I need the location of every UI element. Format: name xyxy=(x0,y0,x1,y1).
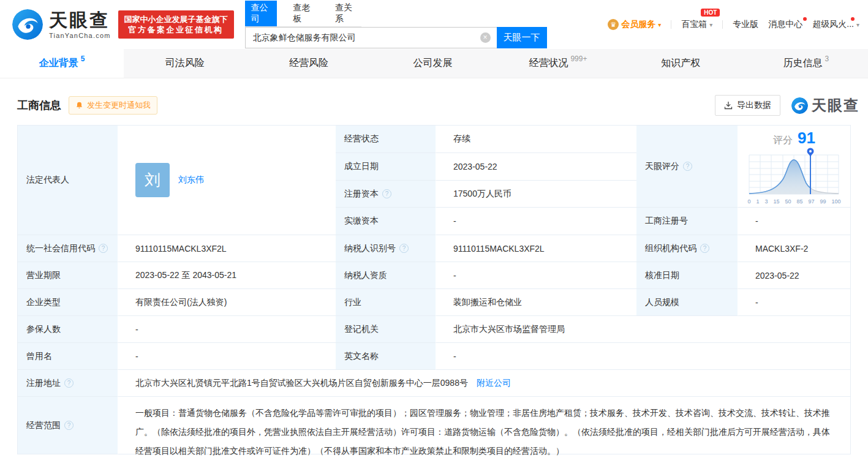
chevron-down-icon: ▾ xyxy=(709,21,712,28)
value-text: 有限责任公司(法人独资) xyxy=(135,297,227,308)
search-tab-boss[interactable]: 查老板 xyxy=(287,1,319,26)
tick-label: 100 xyxy=(831,198,840,205)
field-staff-size-label: 人员规模 xyxy=(636,289,738,316)
nav-pro-version[interactable]: 专业版 xyxy=(733,19,758,30)
tab-judicial-risk[interactable]: 司法风险 xyxy=(124,49,247,78)
nearby-companies-link[interactable]: 附近公司 xyxy=(477,378,511,389)
label-text: 纳税人资质 xyxy=(344,270,387,281)
field-former-name-label: 曾用名 xyxy=(18,343,118,370)
watermark-text: 天眼查 xyxy=(812,96,859,115)
tab-label: 公司发展 xyxy=(413,57,452,70)
logo-domain: TianYanCha.com xyxy=(49,32,111,39)
value-text: - xyxy=(453,216,456,226)
field-industry-value: 装卸搬运和仓储业 xyxy=(436,289,636,316)
tab-label: 历史信息 xyxy=(783,57,822,70)
nav-toolbox[interactable]: HOT 百宝箱 ▾ xyxy=(681,19,712,30)
field-english-name-label: 英文名称 xyxy=(336,343,436,370)
crown-icon: ♛ xyxy=(608,19,619,30)
field-org-code-label: 组织机构代码 ? xyxy=(636,235,738,262)
notification-dot xyxy=(803,17,807,21)
field-reg-capital-label: 注册资本 ? xyxy=(336,181,436,208)
tab-count: 3 xyxy=(825,55,829,63)
download-icon xyxy=(724,101,733,110)
field-reg-number-value: - xyxy=(738,208,850,235)
label-text: 经营状态 xyxy=(344,134,379,145)
field-est-date-value: 2023-05-22 xyxy=(436,153,636,181)
value-text: 91110115MACKL3XF2L xyxy=(135,244,227,254)
top-navigation: ♛ 会员服务 ▾ HOT 百宝箱 ▾ 专业版 消息中心 超级风火... ▾ xyxy=(608,19,859,30)
value-text: 北京市大兴区市场监督管理局 xyxy=(453,324,565,335)
help-icon[interactable]: ? xyxy=(382,189,391,198)
field-registry-value: 北京市大兴区市场监督管理局 xyxy=(436,316,850,343)
help-icon[interactable]: ? xyxy=(64,378,74,388)
tab-label: 经营状况 xyxy=(529,57,568,70)
label-text: 工商注册号 xyxy=(645,216,688,227)
tick-label: 97 xyxy=(808,198,814,205)
tianyancha-logo[interactable]: 天眼查 TianYanCha.com xyxy=(12,9,111,40)
tick-label: 85 xyxy=(796,198,802,205)
label-text: 核准日期 xyxy=(645,270,679,281)
value-text: - xyxy=(755,298,758,307)
nav-vip-services[interactable]: ♛ 会员服务 ▾ xyxy=(608,19,661,30)
field-reg-capital-value: 17500万人民币 xyxy=(436,181,636,208)
value-text: 91110115MACKL3XF2L xyxy=(453,244,545,254)
field-credit-code-value: 91110115MACKL3XF2L xyxy=(118,235,336,262)
value-text: 存续 xyxy=(453,134,470,145)
business-info-table: 法定代表人 刘 刘东伟 经营状态 存续 成立日期 2023-05-22 注册资本… xyxy=(17,125,851,454)
field-legal-rep-value: 刘 刘东伟 xyxy=(118,126,336,235)
label-text: 实缴资本 xyxy=(344,216,379,227)
label-text: 统一社会信用代码 xyxy=(26,243,95,254)
tick-label: 3 xyxy=(764,198,768,205)
notification-dot xyxy=(851,17,855,21)
label-text: 曾用名 xyxy=(26,351,52,362)
tianyancha-swirl-icon xyxy=(791,97,808,114)
help-icon[interactable]: ? xyxy=(64,421,74,430)
tick-label: 99 xyxy=(820,198,826,205)
search-button[interactable]: 天眼一下 xyxy=(497,27,547,48)
field-business-scope-label: 经营范围 ? xyxy=(18,397,118,454)
value-text: 2023-05-22 xyxy=(453,162,497,171)
search-tab-relation[interactable]: 查关系 xyxy=(329,1,361,26)
help-icon[interactable]: ? xyxy=(399,244,409,253)
help-icon[interactable]: ? xyxy=(700,244,709,253)
chevron-down-icon: ▾ xyxy=(856,21,859,28)
tab-company-development[interactable]: 公司发展 xyxy=(372,49,496,78)
chevron-down-icon: ▾ xyxy=(658,21,661,28)
legal-rep-link[interactable]: 刘东伟 xyxy=(178,175,204,186)
nav-superfire[interactable]: 超级风火... ▾ xyxy=(812,19,859,30)
tick-label: 1 xyxy=(756,198,759,205)
value-text: - xyxy=(135,352,138,361)
field-approval-date-label: 核准日期 xyxy=(636,262,738,289)
tab-operating-risk[interactable]: 经营风险 xyxy=(248,49,372,78)
label-text: 组织机构代码 xyxy=(645,243,696,254)
nav-message-center[interactable]: 消息中心 xyxy=(768,19,802,30)
field-org-code-value: MACKL3XF-2 xyxy=(738,235,850,262)
tick-label: 0 xyxy=(748,198,751,205)
label-text: 成立日期 xyxy=(344,161,379,172)
clear-icon[interactable]: × xyxy=(480,32,491,43)
tab-operating-status[interactable]: 经营状况 999+ xyxy=(496,49,620,78)
search-tabs: 查公司 查老板 查关系 xyxy=(245,1,361,27)
label-text: 企业类型 xyxy=(26,297,61,308)
label-text: 天眼评分 xyxy=(645,161,679,172)
notify-on-change-button[interactable]: 发生变更时通知我 xyxy=(69,96,157,115)
badge-line1: 国家中小企业发展子基金旗下 xyxy=(124,14,228,24)
company-section-tabs: 企业背景 5 司法风险 经营风险 公司发展 经营状况 999+ 知识产权 历史信… xyxy=(0,49,868,78)
help-icon[interactable]: ? xyxy=(683,162,692,171)
logo-title: 天眼查 xyxy=(49,10,111,30)
tab-company-background[interactable]: 企业背景 5 xyxy=(0,49,124,78)
label-text: 注册地址 xyxy=(26,378,61,389)
tick-label: 15 xyxy=(773,198,779,205)
tab-count: 999+ xyxy=(570,55,587,63)
tab-intellectual-property[interactable]: 知识产权 xyxy=(620,49,744,78)
search-tab-company[interactable]: 查公司 xyxy=(245,1,277,26)
help-icon[interactable]: ? xyxy=(99,244,108,253)
score-distribution-chart xyxy=(748,148,841,198)
tab-history-info[interactable]: 历史信息 3 xyxy=(744,49,868,78)
value-text: - xyxy=(755,216,758,226)
export-data-button[interactable]: 导出数据 xyxy=(715,95,780,116)
legal-rep-avatar[interactable]: 刘 xyxy=(135,163,170,197)
search-input[interactable] xyxy=(245,27,497,48)
bell-icon xyxy=(75,101,83,110)
score-value: 91 xyxy=(798,129,815,148)
